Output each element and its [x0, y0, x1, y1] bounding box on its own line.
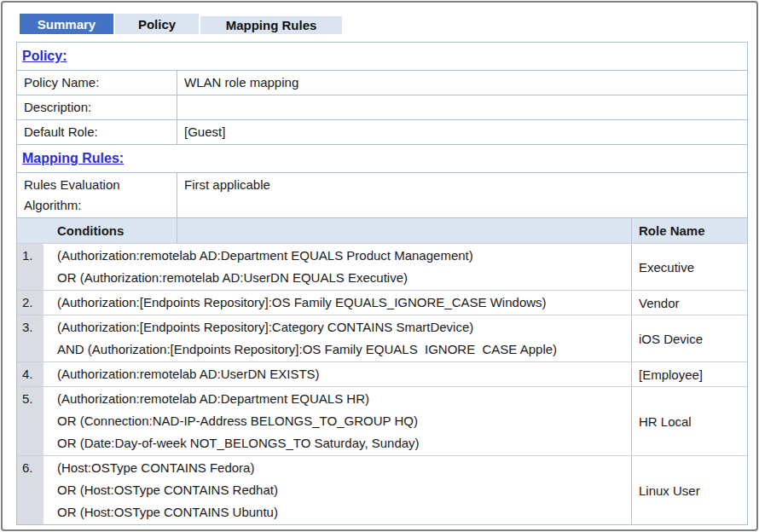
- rule-row-3: 3. (Authorization:[Endpoints Repository]…: [17, 315, 747, 362]
- description-label: Description:: [17, 95, 177, 119]
- rule-number: 4.: [17, 362, 43, 386]
- rule-role-name: [Employee]: [631, 362, 747, 386]
- rule-number: 2.: [17, 291, 43, 315]
- rule-conditions: (Authorization:remotelab AD:Department E…: [43, 387, 631, 455]
- condition-line: OR (Host:OSType CONTAINS Redhat): [57, 479, 628, 501]
- condition-line: AND (Authorization:[Endpoints Repository…: [57, 338, 628, 361]
- rule-conditions: (Authorization:[Endpoints Repository]:OS…: [43, 291, 631, 315]
- conditions-header-spacer: [177, 218, 631, 243]
- description-value: [177, 95, 747, 119]
- rule-number: 6.: [17, 456, 43, 524]
- rule-conditions: (Authorization:[Endpoints Repository]:Ca…: [43, 315, 631, 361]
- rule-row-4: 4. (Authorization:remotelab AD:UserDN EX…: [17, 362, 747, 387]
- condition-line: OR (Date:Day-of-week NOT_BELONGS_TO Satu…: [57, 432, 628, 454]
- condition-line: (Authorization:[Endpoints Repository]:Ca…: [57, 316, 628, 338]
- rules-evaluation-label: Rules Evaluation Algorithm:: [17, 173, 177, 217]
- mapping-rules-heading-link[interactable]: Mapping Rules:: [22, 151, 124, 166]
- rule-number: 3.: [17, 315, 43, 361]
- rule-conditions: (Authorization:remotelab AD:UserDN EXIST…: [43, 362, 631, 386]
- rule-conditions: (Authorization:remotelab AD:Department E…: [43, 244, 631, 290]
- condition-line: (Authorization:remotelab AD:UserDN EXIST…: [57, 363, 628, 385]
- rule-role-name: HR Local: [631, 387, 747, 455]
- condition-line: OR (Host:OSType CONTAINS Ubuntu): [57, 501, 628, 523]
- tab-policy[interactable]: Policy: [115, 14, 199, 34]
- policy-section-heading-row: Policy:: [17, 43, 747, 71]
- policy-name-label: Policy Name:: [17, 71, 177, 95]
- rule-row-5: 5. (Authorization:remotelab AD:Departmen…: [17, 387, 747, 456]
- condition-line: OR (Connection:NAD-IP-Address BELONGS_TO…: [57, 410, 628, 432]
- policy-name-row: Policy Name: WLAN role mapping: [17, 71, 747, 95]
- rule-row-1: 1. (Authorization:remotelab AD:Departmen…: [17, 244, 747, 291]
- rules-evaluation-row: Rules Evaluation Algorithm: First applic…: [17, 173, 747, 218]
- policy-name-value: WLAN role mapping: [177, 71, 747, 95]
- rule-role-name: iOS Device: [631, 315, 747, 361]
- window-frame: Summary Policy Mapping Rules Policy: Pol…: [1, 1, 758, 531]
- condition-line: OR (Authorization:remotelab AD:UserDN EQ…: [57, 267, 628, 289]
- rule-role-name: Executive: [631, 244, 747, 290]
- condition-line: (Host:OSType CONTAINS Fedora): [57, 457, 628, 479]
- rule-role-name: Linux User: [631, 456, 747, 524]
- condition-line: (Authorization:remotelab AD:Department E…: [57, 388, 628, 410]
- rule-row-6: 6. (Host:OSType CONTAINS Fedora) OR (Hos…: [17, 456, 747, 524]
- default-role-value: [Guest]: [177, 120, 747, 144]
- tab-bar: Summary Policy Mapping Rules: [20, 14, 342, 34]
- rule-number: 5.: [17, 387, 43, 455]
- condition-line: (Authorization:remotelab AD:Department E…: [57, 245, 628, 267]
- tab-summary[interactable]: Summary: [20, 14, 113, 34]
- description-row: Description:: [17, 95, 747, 120]
- rule-number: 1.: [17, 244, 43, 290]
- default-role-row: Default Role: [Guest]: [17, 120, 747, 145]
- rule-row-2: 2. (Authorization:[Endpoints Repository]…: [17, 291, 747, 315]
- rule-conditions: (Host:OSType CONTAINS Fedora) OR (Host:O…: [43, 456, 631, 524]
- mapping-rules-section-heading-row: Mapping Rules:: [17, 145, 747, 173]
- conditions-header-label: Conditions: [17, 218, 177, 243]
- role-name-header-label: Role Name: [631, 218, 747, 243]
- summary-table: Policy: Policy Name: WLAN role mapping D…: [16, 42, 748, 525]
- condition-line: (Authorization:[Endpoints Repository]:OS…: [57, 292, 628, 314]
- default-role-label: Default Role:: [17, 120, 177, 144]
- policy-heading-link[interactable]: Policy:: [22, 49, 67, 64]
- rule-role-name: Vendor: [631, 291, 747, 315]
- conditions-header-row: Conditions Role Name: [17, 218, 747, 244]
- rules-evaluation-value: First applicable: [177, 173, 747, 217]
- tab-mapping-rules[interactable]: Mapping Rules: [200, 16, 342, 34]
